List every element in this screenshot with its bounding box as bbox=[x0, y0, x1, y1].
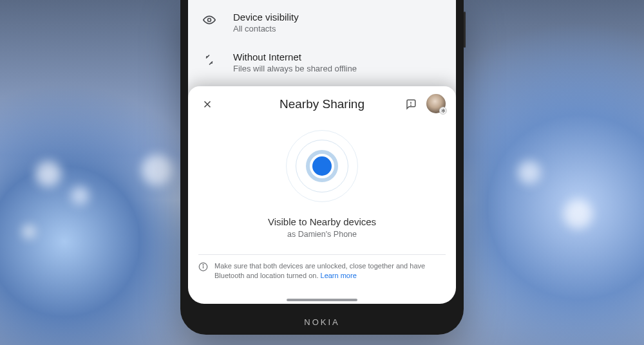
svg-point-2 bbox=[411, 105, 412, 106]
nearby-sharing-sheet: Nearby Sharing ✻ Visible to bbox=[188, 86, 456, 304]
gear-icon: ✻ bbox=[439, 107, 447, 115]
offline-icon bbox=[201, 51, 218, 66]
setting-title: Without Internet bbox=[233, 51, 357, 62]
close-button[interactable] bbox=[200, 97, 215, 112]
svg-point-0 bbox=[208, 19, 211, 22]
hint-text: Make sure that both devices are unlocked… bbox=[214, 261, 446, 281]
screen: Device visibility All contacts Without I… bbox=[188, 0, 456, 304]
info-icon bbox=[198, 262, 208, 274]
setting-subtitle: Files will always be shared offline bbox=[233, 64, 357, 73]
visibility-status: Visible to Nearby devices bbox=[198, 216, 446, 227]
phone-brand-label: NOKIA bbox=[180, 317, 464, 327]
phone-frame: Device visibility All contacts Without I… bbox=[180, 0, 464, 335]
setting-title: Device visibility bbox=[233, 12, 299, 23]
setting-device-visibility[interactable]: Device visibility All contacts bbox=[188, 3, 456, 42]
navigation-pill[interactable] bbox=[287, 299, 357, 301]
eye-icon bbox=[201, 12, 218, 26]
setting-subtitle: All contacts bbox=[233, 24, 299, 33]
profile-avatar[interactable]: ✻ bbox=[426, 94, 446, 113]
device-name-label: as Damien's Phone bbox=[198, 230, 446, 239]
sheet-title: Nearby Sharing bbox=[279, 97, 365, 111]
svg-point-5 bbox=[203, 265, 204, 265]
feedback-button[interactable] bbox=[403, 97, 419, 112]
setting-without-internet[interactable]: Without Internet Files will always be sh… bbox=[188, 42, 456, 82]
scanning-indicator bbox=[198, 127, 446, 205]
power-button bbox=[464, 12, 466, 48]
learn-more-link[interactable]: Learn more bbox=[321, 272, 357, 279]
